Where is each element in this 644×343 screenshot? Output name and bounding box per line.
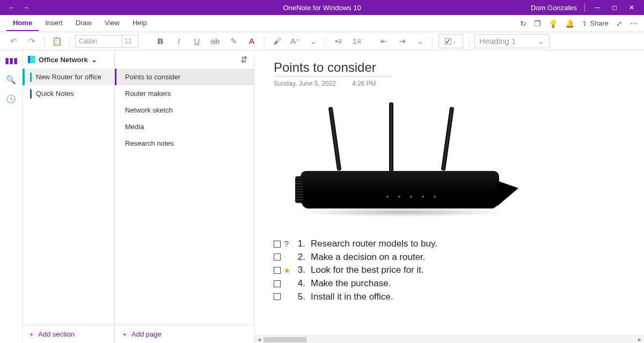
checkbox-icon[interactable]: [274, 241, 281, 248]
router-image: [284, 102, 515, 231]
todo-list: ?1.Research router models to buy. 2.Make…: [274, 237, 625, 303]
checkbox-icon[interactable]: [274, 280, 281, 287]
app-title: OneNote for Windows 10: [283, 4, 361, 12]
page-canvas[interactable]: Points to consider Sunday, June 5, 2022 …: [254, 50, 644, 343]
chevron-down-icon[interactable]: ⌄: [306, 36, 320, 46]
page-label: Research notes: [125, 139, 174, 147]
nav-forward-icon[interactable]: →: [20, 3, 31, 12]
maximize-icon[interactable]: ◻: [610, 4, 619, 11]
main-area: ▮▮▮ 🔍 🕓 Office Network ⌄ New Router for …: [0, 50, 644, 343]
open-window-icon[interactable]: ❐: [534, 19, 541, 28]
lightbulb-icon[interactable]: 💡: [548, 19, 558, 28]
notebooks-icon[interactable]: ▮▮▮: [5, 56, 18, 65]
clipboard-icon[interactable]: 📋: [50, 34, 64, 48]
todo-item[interactable]: 4.Make the purchase.: [274, 277, 625, 290]
section-color-tab: [30, 72, 32, 82]
font-size-field[interactable]: 11: [122, 35, 138, 47]
ribbon-toolbar: ↶ ↷ 📋 Calibri 11 B I U ab ✎ A 🖌 A⁺ ⌄ •≡ …: [0, 32, 644, 50]
add-page-button[interactable]: ＋ Add page: [115, 325, 254, 343]
pages-panel: ⇵ Points to consider Router makers Netwo…: [115, 50, 254, 343]
share-button[interactable]: ⇪ Share: [582, 19, 609, 27]
todo-item[interactable]: 5.Install it in the office.: [274, 290, 625, 304]
separator: [69, 36, 70, 47]
tab-view[interactable]: View: [98, 16, 126, 31]
scroll-right-icon[interactable]: ►: [635, 337, 644, 342]
tab-help[interactable]: Help: [126, 16, 153, 31]
page-label: Router makers: [125, 90, 171, 98]
section-item[interactable]: Quick Notes: [23, 85, 114, 102]
section-item[interactable]: New Router for office: [23, 69, 114, 85]
horizontal-scrollbar[interactable]: ◄ ►: [255, 335, 644, 343]
tab-home[interactable]: Home: [6, 16, 39, 31]
page-item[interactable]: Network sketch: [115, 102, 254, 118]
style-dropdown[interactable]: Heading 1 ⌄: [474, 34, 550, 48]
outdent-button[interactable]: ⇤: [377, 36, 391, 46]
page-item[interactable]: Research notes: [115, 135, 254, 152]
font-name-field[interactable]: Calibri: [76, 35, 122, 47]
user-name[interactable]: Dom Gonzales: [531, 4, 577, 12]
redo-icon[interactable]: ↷: [25, 34, 39, 48]
separator: [584, 3, 585, 12]
separator: [264, 36, 265, 47]
scroll-thumb[interactable]: [264, 337, 306, 342]
fullscreen-icon[interactable]: ⤢: [616, 19, 623, 28]
tabs-row: Home Insert Draw View Help ↻ ❐ 💡 🔔 ⇪ Sha…: [0, 15, 644, 32]
question-tag-icon: ?: [283, 238, 290, 250]
recent-icon[interactable]: 🕓: [6, 94, 16, 104]
chevron-down-icon: ⌄: [91, 56, 97, 64]
minimize-icon[interactable]: —: [592, 4, 602, 11]
add-page-label: Add page: [131, 330, 162, 338]
page-item[interactable]: Points to consider: [115, 69, 254, 85]
number-list-button[interactable]: 1≡: [350, 36, 364, 46]
close-icon[interactable]: ✕: [627, 4, 636, 11]
sync-icon[interactable]: ↻: [520, 19, 526, 28]
add-section-button[interactable]: ＋ Add section: [23, 325, 114, 343]
separator: [44, 36, 45, 47]
page-date: Sunday, June 5, 2022: [274, 80, 336, 87]
separator: [433, 36, 433, 47]
notebook-selector[interactable]: Office Network ⌄: [23, 50, 114, 69]
share-label: Share: [590, 19, 609, 27]
page-item[interactable]: Router makers: [115, 85, 254, 102]
nav-back-icon[interactable]: ←: [6, 3, 17, 12]
checkbox-icon[interactable]: [274, 267, 281, 274]
checkbox-icon[interactable]: [274, 293, 281, 300]
font-color-button[interactable]: A: [245, 36, 259, 46]
separator: [326, 36, 326, 47]
checkbox-icon[interactable]: [274, 253, 281, 260]
separator: [469, 36, 469, 47]
page-item[interactable]: Media: [115, 118, 254, 135]
chevron-down-icon[interactable]: ⌄: [413, 36, 427, 46]
todo-item[interactable]: 2.Make a decision on a router.: [274, 251, 625, 264]
clear-format-button[interactable]: 🖌: [270, 36, 284, 46]
plus-icon: ＋: [121, 330, 128, 339]
strikethrough-button[interactable]: ab: [208, 36, 222, 46]
scroll-left-icon[interactable]: ◄: [255, 337, 264, 342]
todo-item[interactable]: ★3.Look for the best price for it.: [274, 264, 625, 277]
underline-button[interactable]: U: [190, 36, 204, 46]
left-rail: ▮▮▮ 🔍 🕓: [0, 50, 23, 343]
page-label: Media: [125, 123, 144, 131]
bell-icon[interactable]: 🔔: [565, 19, 574, 28]
page-label: Network sketch: [125, 106, 173, 114]
tab-draw[interactable]: Draw: [69, 16, 98, 31]
indent-button[interactable]: ⇥: [395, 36, 409, 46]
todo-tag-button[interactable]: ✓ ⌄: [438, 34, 463, 48]
search-icon[interactable]: 🔍: [6, 75, 16, 85]
highlight-button[interactable]: ✎: [226, 36, 240, 46]
sort-icon[interactable]: ⇵: [240, 55, 247, 65]
italic-button[interactable]: I: [172, 36, 186, 46]
share-icon: ⇪: [582, 19, 588, 27]
more-icon[interactable]: ⋯: [630, 19, 638, 28]
font-selector[interactable]: Calibri 11: [75, 35, 138, 48]
page-title[interactable]: Points to consider: [274, 60, 392, 77]
undo-icon[interactable]: ↶: [6, 34, 20, 48]
section-color-tab: [30, 89, 32, 99]
bullet-list-button[interactable]: •≡: [332, 36, 346, 46]
star-tag-icon: ★: [283, 265, 290, 277]
bold-button[interactable]: B: [153, 36, 167, 46]
todo-item[interactable]: ?1.Research router models to buy.: [274, 237, 625, 251]
tab-insert[interactable]: Insert: [39, 16, 69, 31]
notebook-name: Office Network: [39, 56, 88, 64]
format-painter-button[interactable]: A⁺: [288, 36, 302, 46]
